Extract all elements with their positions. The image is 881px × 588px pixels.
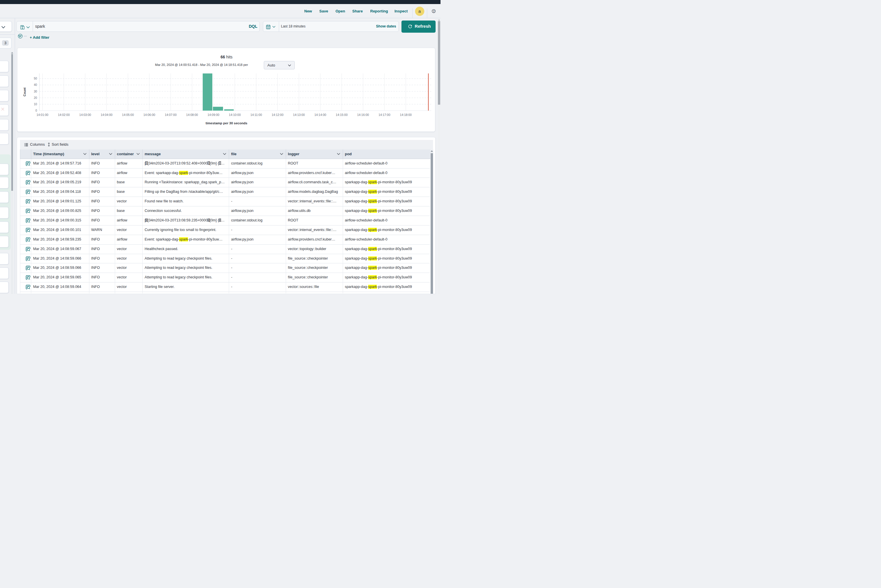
svg-text:20: 20 [34,96,37,99]
svg-text:14:13:00: 14:13:00 [293,113,305,117]
svg-text:14:06:00: 14:06:00 [143,113,155,117]
svg-text:0: 0 [35,109,37,112]
svg-text:14:15:00: 14:15:00 [336,113,348,117]
svg-text:14:16:00: 14:16:00 [357,113,369,117]
svg-text:14:04:00: 14:04:00 [101,113,113,117]
svg-text:50: 50 [34,77,37,80]
svg-text:10: 10 [34,103,37,106]
svg-text:30: 30 [34,90,37,93]
svg-text:14:18:00: 14:18:00 [400,113,412,117]
svg-text:14:03:00: 14:03:00 [79,113,91,117]
svg-text:14:14:00: 14:14:00 [314,113,326,117]
svg-text:14:08:00: 14:08:00 [186,113,198,117]
svg-text:14:07:00: 14:07:00 [165,113,177,117]
svg-text:14:02:00: 14:02:00 [58,113,70,117]
svg-text:?: ? [433,10,434,13]
svg-text:Count: Count [23,87,26,96]
svg-text:40: 40 [34,83,37,86]
svg-text:14:10:00: 14:10:00 [229,113,241,117]
svg-text:14:09:00: 14:09:00 [207,113,219,117]
svg-text:14:05:00: 14:05:00 [122,113,134,117]
svg-text:14:11:00: 14:11:00 [251,113,262,117]
svg-text:14:12:00: 14:12:00 [272,113,283,117]
svg-text:14:17:00: 14:17:00 [379,113,391,117]
svg-text:timestamp per 30 seconds: timestamp per 30 seconds [206,122,247,125]
svg-text:14:01:00: 14:01:00 [36,113,48,117]
